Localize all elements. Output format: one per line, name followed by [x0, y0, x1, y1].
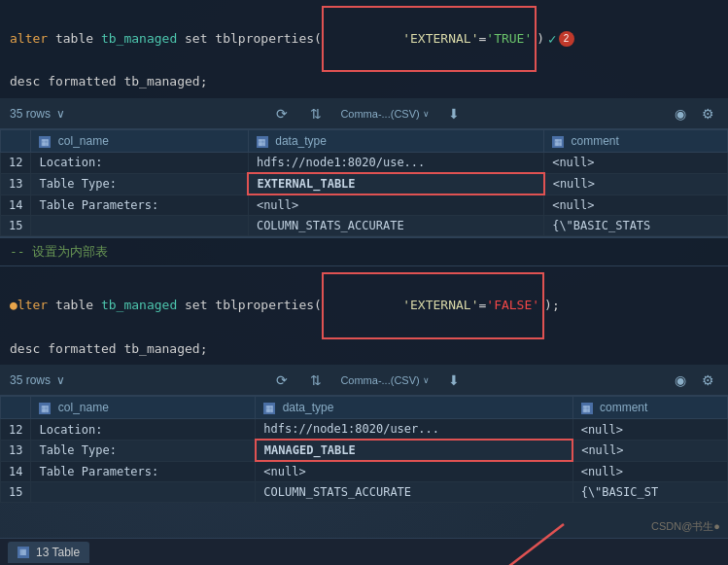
col-icon-3: ▦ [552, 136, 564, 148]
cell-datatype-14-2: <null> [256, 461, 572, 482]
table-name-1: tb_managed [101, 29, 185, 50]
data-table-1: ▦ col_name ▦ data_type ▦ comment 12 Loca… [0, 129, 728, 236]
keyword-alter-1: alter [10, 29, 55, 50]
highlight-param-2: 'EXTERNAL'='FALSE' [322, 272, 544, 338]
cell-datatype-12-2: hdfs://node1:8020/user... [256, 419, 572, 441]
cell-comment-12-2: <null> [572, 419, 727, 441]
tab-label-table: 13 Table [36, 546, 80, 559]
watermark: CSDN@书生● [651, 519, 720, 534]
cell-comment-12-1: <null> [544, 153, 728, 174]
cell-comment-14-2: <null> [572, 461, 727, 482]
cell-colname-15-2 [31, 482, 256, 503]
cell-colname-14-2: Table Parameters: [31, 461, 256, 482]
code-line-2: desc formatted tb_managed; [10, 72, 718, 92]
cell-colname-15-1 [31, 216, 248, 236]
code-line-1: alter table tb_managed set tblproperties… [10, 6, 718, 72]
row-num-14-1: 14 [1, 194, 31, 216]
col-icon-6: ▦ [581, 403, 593, 414]
code-block-1: alter table tb_managed set tblproperties… [0, 0, 728, 98]
toolbar-left-1: 35 rows ∨ [10, 107, 65, 121]
row-num-13-1: 13 [1, 173, 31, 194]
split-btn-2[interactable]: ⇅ [306, 371, 326, 390]
paren-close-1: ) [537, 29, 544, 50]
table-container-1: ▦ col_name ▦ data_type ▦ comment 12 Loca… [0, 129, 728, 236]
cell-colname-12-1: Location: [31, 153, 248, 174]
keyword-set-1: set [185, 29, 215, 50]
param-val-2: 'FALSE' [486, 298, 539, 312]
tab-item-table[interactable]: ▦ 13 Table [8, 542, 89, 563]
desc-line-1: desc formatted tb_managed; [10, 72, 208, 92]
cell-colname-12-2: Location: [31, 419, 256, 441]
param-key-2: 'EXTERNAL' [402, 298, 478, 312]
table-name-2: tb_managed [101, 296, 185, 316]
cell-comment-13-2: <null> [572, 440, 727, 461]
th-colname-1: ▦ col_name [31, 130, 248, 153]
download-btn-1[interactable]: ⬇ [444, 104, 464, 124]
badge-1: 2 [559, 31, 574, 47]
checkmark-1: ✓ [548, 28, 556, 50]
main-container: alter table tb_managed set tblproperties… [0, 0, 728, 565]
split-btn-1[interactable]: ⇅ [306, 104, 326, 124]
th-datatype-2: ▦ data_type [256, 397, 572, 419]
chevron-rows-2: ∨ [56, 373, 65, 387]
keyword-table-2: table [55, 296, 101, 316]
cell-comment-13-1: <null> [544, 173, 728, 194]
table-header-1: ▦ col_name ▦ data_type ▦ comment [1, 130, 728, 153]
table-row: 13 Table Type: EXTERNAL_TABLE <null> [1, 173, 728, 194]
table-row: 14 Table Parameters: <null> <null> [1, 461, 728, 482]
content: alter table tb_managed set tblproperties… [0, 0, 728, 503]
toolbar-right-1: ◉ ⚙ [671, 104, 718, 124]
row-num-15-2: 15 [1, 482, 31, 503]
format-chevron-2: ∨ [423, 375, 430, 385]
gear-btn-2[interactable]: ⚙ [698, 371, 718, 390]
section-divider: -- 设置为内部表 [0, 236, 728, 266]
th-rownum-2 [1, 397, 31, 419]
format-chevron-1: ∨ [423, 109, 430, 119]
table-row: 14 Table Parameters: <null> <null> [1, 194, 728, 216]
param-key-1: 'EXTERNAL' [402, 31, 478, 46]
cell-comment-15-1: {\"BASIC_STATS [544, 216, 728, 236]
paren-close-2: ); [544, 296, 560, 316]
table-row: 13 Table Type: MANAGED_TABLE <null> [1, 440, 728, 461]
comment-line: -- 设置为内部表 [10, 243, 718, 261]
row-num-12-1: 12 [1, 153, 31, 174]
format-dropdown-1[interactable]: Comma-...(CSV) ∨ [340, 108, 429, 120]
cell-datatype-15-2: COLUMN_STATS_ACCURATE [256, 482, 572, 503]
keyword-set-2: set [185, 296, 215, 316]
format-label-2: Comma-...(CSV) [340, 374, 419, 386]
paren-open-1: ( [314, 29, 322, 50]
col-icon-2: ▦ [257, 136, 268, 148]
cell-datatype-13-1: EXTERNAL_TABLE [248, 173, 543, 194]
format-label-1: Comma-...(CSV) [340, 108, 419, 120]
toolbar-center-1: ⟳ ⇅ Comma-...(CSV) ∨ ⬇ [75, 104, 661, 124]
cell-colname-13-2: Table Type: [31, 440, 256, 461]
func-name-1: tblproperties [215, 29, 314, 50]
toolbar-center-2: ⟳ ⇅ Comma-...(CSV) ∨ ⬇ [75, 371, 661, 390]
code-line-4: desc formatted tb_managed; [10, 339, 718, 360]
cell-comment-14-1: <null> [544, 194, 728, 216]
cell-datatype-14-1: <null> [248, 194, 543, 216]
download-btn-2[interactable]: ⬇ [444, 371, 464, 390]
row-num-13-2: 13 [1, 440, 31, 461]
col-icon-5: ▦ [263, 403, 275, 414]
gear-btn-1[interactable]: ⚙ [698, 104, 718, 124]
row-count-1: 35 rows [10, 107, 51, 121]
format-dropdown-2[interactable]: Comma-...(CSV) ∨ [340, 374, 429, 386]
cell-comment-15-2: {\"BASIC_ST [572, 482, 727, 503]
th-rownum-1 [1, 130, 31, 153]
refresh-btn-2[interactable]: ⟳ [272, 371, 292, 390]
chevron-rows-1: ∨ [56, 107, 65, 121]
row-num-14-2: 14 [1, 461, 31, 482]
th-comment-2: ▦ comment [572, 397, 727, 419]
table-container-2: ▦ col_name ▦ data_type ▦ comment 12 Loca… [0, 396, 728, 503]
paren-open-2: ( [314, 296, 322, 316]
eye-btn-2[interactable]: ◉ [671, 371, 690, 390]
col-icon-1: ▦ [39, 136, 51, 148]
table-row: 12 Location: hdfs://node1:8020/use... <n… [1, 153, 728, 174]
table-row: 15 COLUMN_STATS_ACCURATE {\"BASIC_STATS [1, 216, 728, 236]
refresh-btn-1[interactable]: ⟳ [272, 104, 292, 124]
toolbar-left-2: 35 rows ∨ [10, 373, 65, 387]
toolbar-right-2: ◉ ⚙ [671, 371, 718, 390]
col-icon-4: ▦ [39, 403, 51, 414]
eye-btn-1[interactable]: ◉ [671, 104, 690, 124]
